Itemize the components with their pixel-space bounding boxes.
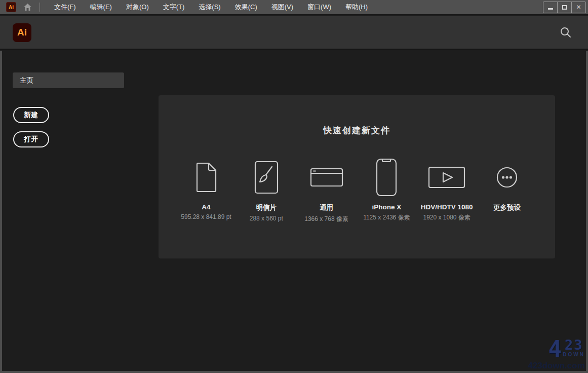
minimize-button[interactable] <box>543 2 558 13</box>
preset-iphone-x[interactable]: iPhone X 1125 x 2436 像素 <box>358 155 415 223</box>
preset-postcard[interactable]: 明信片 288 x 560 pt <box>238 155 295 223</box>
browser-window-icon <box>298 155 355 200</box>
titlebar-separator <box>40 3 40 12</box>
search-icon <box>560 26 572 39</box>
menu-help[interactable]: 帮助(H) <box>338 0 375 14</box>
phone-icon <box>358 155 415 200</box>
preset-name: HDV/HDTV 1080 <box>418 203 475 211</box>
menu-file[interactable]: 文件(F) <box>47 0 83 14</box>
video-play-icon <box>418 155 475 200</box>
preset-name: 通用 <box>298 203 355 212</box>
close-icon: ✕ <box>576 4 581 11</box>
watermark-23: 23 <box>565 338 583 352</box>
app-header: Ai <box>0 16 588 50</box>
home-button[interactable] <box>21 2 33 12</box>
watermark-site: 423down.com <box>528 361 585 370</box>
new-button[interactable]: 新建 <box>13 107 49 123</box>
menu-window[interactable]: 窗口(W) <box>300 0 338 14</box>
open-button[interactable]: 打开 <box>13 131 49 147</box>
close-button[interactable]: ✕ <box>571 2 586 13</box>
document-icon <box>178 155 234 200</box>
preset-dims: 1920 x 1080 像素 <box>418 213 475 222</box>
search-button[interactable] <box>559 25 573 40</box>
preset-a4[interactable]: A4 595.28 x 841.89 pt <box>178 155 234 223</box>
postcard-brush-icon <box>238 155 295 200</box>
menu-select[interactable]: 选择(S) <box>191 0 227 14</box>
quick-create-panel: 快速创建新文件 A4 595.28 x 841.89 pt 明信片 28 <box>159 95 555 258</box>
menu-edit[interactable]: 编辑(E) <box>83 0 119 14</box>
preset-dims: 288 x 560 pt <box>238 215 295 222</box>
preset-dims: 1366 x 768 像素 <box>298 215 355 223</box>
window-controls: ✕ <box>543 2 586 13</box>
preset-name: iPhone X <box>358 203 415 211</box>
preset-web[interactable]: 通用 1366 x 768 像素 <box>298 155 355 223</box>
illustrator-logo: Ai <box>13 23 31 42</box>
more-dots-icon <box>479 155 535 200</box>
menu-type[interactable]: 文字(T) <box>156 0 192 14</box>
maximize-button[interactable] <box>557 2 572 13</box>
preset-name: 明信片 <box>238 203 295 212</box>
watermark-4: 4 <box>548 338 562 360</box>
menu-effect[interactable]: 效果(C) <box>228 0 264 14</box>
menu-bar: 文件(F) 编辑(E) 对象(O) 文字(T) 选择(S) 效果(C) 视图(V… <box>47 0 375 14</box>
panel-title: 快速创建新文件 <box>159 95 555 136</box>
title-bar: Ai 文件(F) 编辑(E) 对象(O) 文字(T) 选择(S) 效果(C) 视… <box>0 0 588 15</box>
preset-more[interactable]: 更多预设 <box>479 155 535 223</box>
minimize-icon <box>548 8 553 10</box>
preset-name: A4 <box>178 203 234 211</box>
preset-hdv-1080[interactable]: HDV/HDTV 1080 1920 x 1080 像素 <box>418 155 475 223</box>
menu-object[interactable]: 对象(O) <box>119 0 156 14</box>
preset-dims: 595.28 x 841.89 pt <box>178 213 234 220</box>
sidebar-item-home[interactable]: 主页 <box>13 72 124 88</box>
watermark-down: DOWN <box>563 352 585 357</box>
home-icon <box>23 3 32 11</box>
app-mini-icon: Ai <box>6 2 16 12</box>
preset-dims: 1125 x 2436 像素 <box>358 213 415 222</box>
menu-view[interactable]: 视图(V) <box>264 0 300 14</box>
watermark: 4 23 DOWN 423down.com <box>528 338 585 370</box>
preset-list: A4 595.28 x 841.89 pt 明信片 288 x 560 pt <box>178 155 535 223</box>
preset-name: 更多预设 <box>479 203 535 212</box>
maximize-icon <box>562 5 567 10</box>
